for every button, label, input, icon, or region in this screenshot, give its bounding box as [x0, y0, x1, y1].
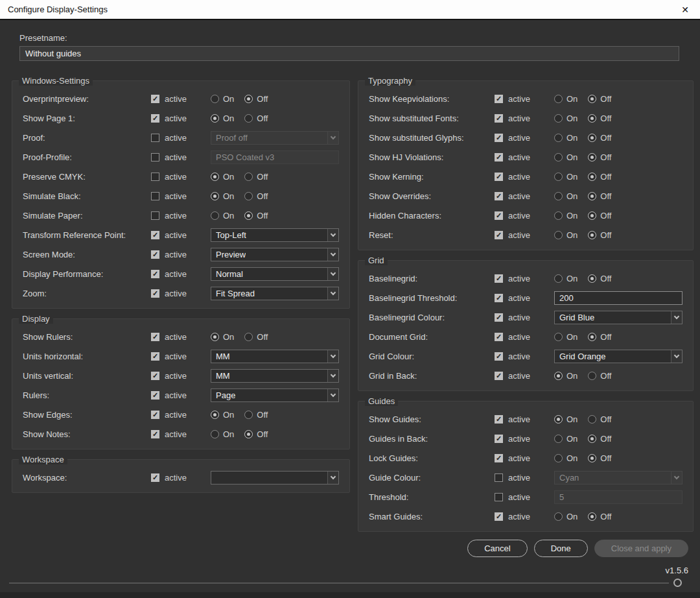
active-checkbox-document-grid[interactable]: ✓active [495, 332, 554, 342]
radio-option-off-show-substituted-fonts[interactable]: Off [588, 114, 611, 123]
radio-option-on-guides-in-back[interactable]: On [554, 434, 578, 444]
radio-option-off-show-notes[interactable]: Off [244, 429, 268, 439]
active-checkbox-grid-colour[interactable]: ✓active [495, 352, 554, 361]
radio-option-off-show-keepviolations[interactable]: Off [588, 94, 611, 104]
text-field-baselinegrid-threshold[interactable] [554, 291, 682, 305]
radio-option-off-show-guides[interactable]: Off [588, 414, 611, 424]
active-checkbox-hidden-characters[interactable]: ✓active [495, 211, 554, 221]
radio-option-on-show-notes[interactable]: On [211, 429, 234, 439]
radio-option-off-show-substituted-glyphs[interactable]: Off [588, 133, 611, 143]
radio-option-on-show-rulers[interactable]: On [211, 332, 234, 342]
radio-option-off-simulate-paper[interactable]: Off [244, 211, 268, 221]
cancel-button[interactable]: Cancel [467, 540, 527, 557]
active-checkbox-show-substituted-fonts[interactable]: ✓active [495, 114, 554, 123]
radio-option-on-show-guides[interactable]: On [554, 414, 578, 424]
radio-option-on-simulate-black[interactable]: On [211, 191, 234, 201]
radio-option-off-preserve-cmyk[interactable]: Off [244, 172, 268, 182]
dropdown-baselinegrid-colour[interactable]: Grid Blue [554, 311, 682, 324]
radio-option-on-show-substituted-glyphs[interactable]: On [554, 133, 578, 143]
active-checkbox-simulate-paper[interactable]: active [151, 211, 211, 221]
radio-option-off-show-edges[interactable]: Off [244, 410, 268, 420]
close-icon[interactable]: ✕ [678, 5, 692, 15]
active-checkbox-show-kerning[interactable]: ✓active [495, 172, 554, 182]
active-checkbox-baselinegrid-threshold[interactable]: ✓active [495, 293, 554, 303]
active-checkbox-preserve-cmyk[interactable]: active [151, 172, 211, 182]
active-checkbox-show-page-1[interactable]: ✓active [151, 114, 211, 123]
dropdown-zoom[interactable]: Fit Spread [211, 287, 339, 300]
active-checkbox-guides-in-back[interactable]: ✓active [495, 434, 554, 444]
active-checkbox-simulate-black[interactable]: active [151, 191, 211, 201]
radio-option-on-preserve-cmyk[interactable]: On [211, 172, 234, 182]
active-checkbox-screen-mode[interactable]: ✓active [151, 250, 211, 259]
dropdown-grid-colour[interactable]: Grid Orange [554, 350, 682, 363]
radio-option-off-show-rulers[interactable]: Off [244, 332, 268, 342]
text-field-threshold[interactable] [554, 490, 682, 504]
active-checkbox-show-rulers[interactable]: ✓active [151, 332, 211, 342]
active-checkbox-transform-reference-point[interactable]: ✓active [151, 230, 211, 240]
radio-option-on-show-kerning[interactable]: On [554, 172, 578, 182]
dropdown-units-vertical[interactable]: MM [211, 369, 339, 383]
dropdown-workspace[interactable] [211, 471, 339, 484]
radio-option-on-show-hj-violations[interactable]: On [554, 152, 578, 162]
active-checkbox-guide-colour[interactable]: active [495, 473, 554, 483]
active-checkbox-overprintpreview[interactable]: ✓active [151, 94, 211, 104]
radio-option-off-show-kerning[interactable]: Off [588, 172, 611, 182]
close-and-apply-button[interactable]: Close and apply [594, 540, 688, 557]
dropdown-transform-reference-point[interactable]: Top-Left [211, 228, 339, 242]
active-checkbox-show-edges[interactable]: ✓active [151, 410, 211, 420]
radio-option-off-reset[interactable]: Off [588, 230, 611, 240]
radio-option-off-overprintpreview[interactable]: Off [244, 94, 268, 104]
radio-option-on-document-grid[interactable]: On [554, 332, 578, 342]
radio-option-on-smart-guides[interactable]: On [554, 512, 578, 521]
active-checkbox-display-performance[interactable]: ✓active [151, 269, 211, 279]
active-checkbox-show-hj-violations[interactable]: ✓active [495, 152, 554, 162]
active-checkbox-grid-in-back[interactable]: ✓active [495, 371, 554, 381]
radio-option-on-baselinegrid[interactable]: On [554, 274, 578, 283]
active-checkbox-zoom[interactable]: ✓active [151, 289, 211, 298]
radio-option-on-show-substituted-fonts[interactable]: On [554, 114, 578, 123]
active-checkbox-units-vertical[interactable]: ✓active [151, 371, 211, 381]
active-checkbox-show-substituted-glyphs[interactable]: ✓active [495, 133, 554, 143]
active-checkbox-workspace[interactable]: ✓active [151, 473, 211, 483]
radio-option-off-lock-guides[interactable]: Off [588, 453, 611, 463]
active-checkbox-baselinegrid-colour[interactable]: ✓active [495, 313, 554, 322]
active-checkbox-show-keepviolations[interactable]: ✓active [495, 94, 554, 104]
dropdown-units-horizontal[interactable]: MM [211, 350, 339, 363]
radio-option-on-simulate-paper[interactable]: On [211, 211, 234, 221]
radio-option-off-simulate-black[interactable]: Off [244, 191, 268, 201]
active-checkbox-proof[interactable]: active [151, 133, 211, 143]
radio-option-on-reset[interactable]: On [554, 230, 578, 240]
radio-option-off-document-grid[interactable]: Off [588, 332, 611, 342]
horizontal-scrollbar-knob[interactable] [673, 579, 682, 587]
radio-option-on-grid-in-back[interactable]: On [554, 371, 578, 381]
text-field-proof-profile[interactable] [211, 150, 339, 164]
radio-option-on-overprintpreview[interactable]: On [211, 94, 234, 104]
dropdown-proof[interactable]: Proof off [211, 131, 339, 145]
radio-option-off-show-overrides[interactable]: Off [588, 191, 611, 201]
dropdown-display-performance[interactable]: Normal [211, 267, 339, 281]
active-checkbox-reset[interactable]: ✓active [495, 230, 554, 240]
presetname-input[interactable] [19, 46, 679, 61]
active-checkbox-rulers[interactable]: ✓active [151, 390, 211, 400]
active-checkbox-show-overrides[interactable]: ✓active [495, 191, 554, 201]
active-checkbox-proof-profile[interactable]: active [151, 152, 211, 162]
radio-option-off-hidden-characters[interactable]: Off [588, 211, 611, 221]
radio-option-on-hidden-characters[interactable]: On [554, 211, 578, 221]
dropdown-rulers[interactable]: Page [211, 389, 339, 402]
radio-option-off-guides-in-back[interactable]: Off [588, 434, 611, 444]
active-checkbox-show-guides[interactable]: ✓active [495, 414, 554, 424]
dropdown-guide-colour[interactable]: Cyan [554, 471, 682, 484]
radio-option-on-show-edges[interactable]: On [211, 410, 234, 420]
radio-option-on-show-overrides[interactable]: On [554, 191, 578, 201]
radio-option-on-lock-guides[interactable]: On [554, 453, 578, 463]
active-checkbox-smart-guides[interactable]: ✓active [495, 512, 554, 521]
active-checkbox-lock-guides[interactable]: ✓active [495, 453, 554, 463]
radio-option-off-grid-in-back[interactable]: Off [588, 371, 611, 381]
radio-option-off-baselinegrid[interactable]: Off [588, 274, 611, 283]
radio-option-off-smart-guides[interactable]: Off [588, 512, 611, 521]
dropdown-screen-mode[interactable]: Preview [211, 248, 339, 261]
horizontal-scrollbar-track[interactable] [9, 582, 669, 584]
active-checkbox-baselinegrid[interactable]: ✓active [495, 274, 554, 283]
done-button[interactable]: Done [534, 540, 588, 557]
active-checkbox-units-horizontal[interactable]: ✓active [151, 352, 211, 361]
